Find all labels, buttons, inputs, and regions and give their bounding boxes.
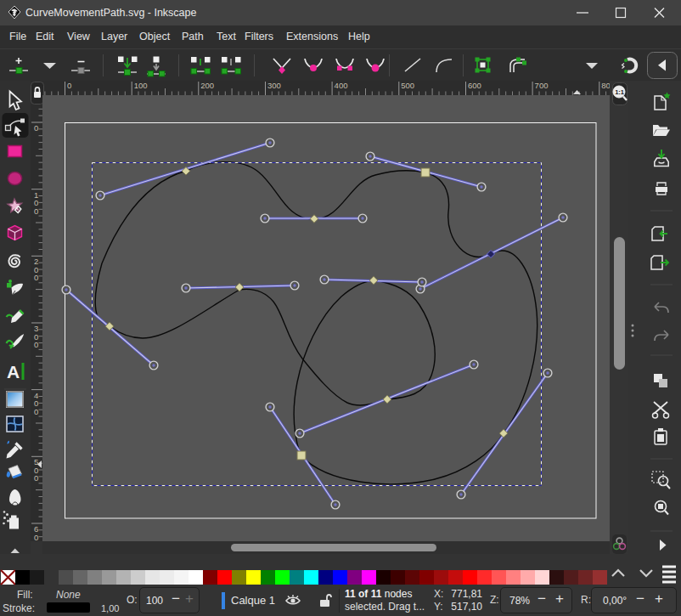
svg-text:600: 600 bbox=[468, 81, 481, 90]
svg-text:200: 200 bbox=[200, 81, 214, 90]
svg-text:400: 400 bbox=[335, 81, 348, 90]
svg-text:300: 300 bbox=[267, 81, 281, 90]
svg-text:0: 0 bbox=[34, 473, 38, 483]
svg-text:1:1: 1:1 bbox=[615, 88, 624, 96]
svg-text:0: 0 bbox=[34, 206, 38, 216]
svg-text:0: 0 bbox=[67, 81, 71, 90]
svg-text:0: 0 bbox=[34, 540, 38, 541]
svg-text:A: A bbox=[7, 362, 20, 381]
svg-text:0: 0 bbox=[34, 123, 38, 133]
svg-text:0: 0 bbox=[34, 407, 38, 416]
svg-text:500: 500 bbox=[401, 81, 414, 90]
svg-text:0: 0 bbox=[34, 273, 38, 282]
svg-text:100: 100 bbox=[134, 81, 148, 90]
svg-text:800: 800 bbox=[601, 81, 610, 90]
svg-text:700: 700 bbox=[535, 81, 549, 90]
svg-text:0: 0 bbox=[34, 340, 38, 349]
